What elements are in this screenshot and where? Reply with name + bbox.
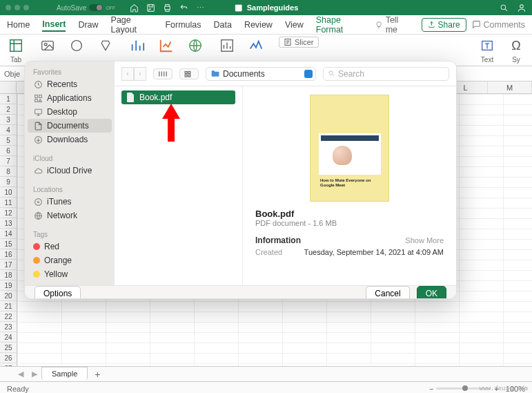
tab-formulas[interactable]: Formulas — [165, 19, 201, 31]
excel-icon — [234, 3, 243, 12]
tab-home[interactable]: Home — [7, 19, 30, 31]
row-header[interactable]: 17 — [0, 260, 17, 270]
row-header[interactable]: 27 — [0, 363, 17, 366]
row-header[interactable]: 6 — [0, 146, 17, 156]
row-header[interactable]: 15 — [0, 239, 17, 249]
row-header[interactable]: 12 — [0, 208, 17, 218]
row-header[interactable]: 9 — [0, 177, 17, 187]
path-dropdown[interactable]: Documents — [206, 67, 316, 81]
recommended-charts-button[interactable] — [128, 37, 146, 55]
row-header[interactable]: 1 — [0, 94, 17, 104]
options-button[interactable]: Options — [35, 286, 81, 299]
maps-button[interactable] — [186, 37, 204, 55]
undo-icon[interactable] — [179, 3, 188, 12]
cancel-button[interactable]: Cancel — [366, 286, 409, 299]
sidebar-item-network[interactable]: Network — [28, 209, 112, 222]
zoom-dot[interactable] — [23, 5, 29, 10]
tab-draw[interactable]: Draw — [78, 19, 98, 31]
shapes-button[interactable] — [68, 37, 86, 55]
tab-page-layout[interactable]: Page Layout — [111, 14, 153, 36]
autosave-switch[interactable] — [89, 4, 103, 11]
row-header[interactable]: 8 — [0, 166, 17, 177]
col-header-m[interactable]: M — [488, 82, 532, 93]
home-icon[interactable] — [129, 3, 139, 12]
sidebar-item-icloud-drive[interactable]: iCloud Drive — [28, 164, 112, 178]
sheet-tab-sample[interactable]: Sample — [41, 367, 88, 380]
slicer-icon — [284, 38, 292, 46]
add-sheet-button[interactable]: + — [88, 369, 107, 380]
pivot-table-button[interactable]: Tab — [7, 37, 25, 64]
tab-shape-format[interactable]: Shape Format — [316, 14, 364, 36]
file-list: Book.pdf — [115, 86, 242, 285]
row-header[interactable]: 10 — [0, 187, 17, 198]
row-header[interactable]: 20 — [0, 291, 17, 301]
row-header[interactable]: 13 — [0, 218, 17, 229]
row-header[interactable]: 26 — [0, 353, 17, 363]
share-button[interactable]: Share — [422, 18, 466, 32]
chart-button[interactable] — [157, 37, 175, 55]
autosave-toggle[interactable]: AutoSave OFF — [57, 4, 115, 12]
account-icon[interactable] — [517, 3, 526, 12]
sidebar-tag-yellow[interactable]: Yellow — [28, 267, 112, 281]
row-header[interactable]: 5 — [0, 135, 17, 146]
print-icon[interactable] — [162, 3, 172, 12]
view-columns-button[interactable] — [153, 68, 173, 79]
sidebar-item-recents[interactable]: Recents — [28, 77, 112, 91]
row-header[interactable]: 19 — [0, 280, 17, 291]
slicer-button[interactable]: Slicer — [279, 37, 319, 48]
row-header[interactable]: 11 — [0, 198, 17, 208]
sidebar-item-downloads[interactable]: Downloads — [28, 133, 112, 146]
show-more-link[interactable]: Show More — [405, 236, 444, 245]
sidebar-item-itunes[interactable]: iTunes — [28, 195, 112, 209]
sparkline-button[interactable] — [247, 37, 265, 55]
close-dot[interactable] — [6, 5, 11, 10]
svg-point-4 — [520, 4, 524, 8]
icons-button[interactable] — [97, 37, 115, 55]
save-icon[interactable] — [146, 3, 155, 12]
text-box-button[interactable]: Text — [478, 37, 496, 64]
row-header[interactable]: 2 — [0, 104, 17, 115]
tell-me[interactable]: Tell me — [375, 15, 408, 35]
more-icon[interactable]: ⋯ — [195, 3, 205, 12]
ok-button[interactable]: OK — [417, 286, 446, 299]
search-title-icon[interactable] — [499, 3, 509, 12]
sidebar-item-documents[interactable]: Documents — [28, 119, 112, 133]
tab-view[interactable]: View — [285, 19, 304, 31]
nav-back-button[interactable]: ‹ — [121, 67, 134, 81]
pivot-chart-button[interactable] — [218, 37, 236, 55]
row-header[interactable]: 21 — [0, 301, 17, 311]
row-header[interactable]: 7 — [0, 156, 17, 166]
view-grid-button[interactable] — [179, 68, 199, 79]
file-item-book-pdf[interactable]: Book.pdf — [121, 90, 235, 104]
orange-dot-icon — [33, 257, 40, 264]
tab-review[interactable]: Review — [244, 19, 273, 31]
row-header[interactable]: 18 — [0, 270, 17, 280]
window-controls[interactable] — [6, 5, 29, 10]
row-header[interactable]: 22 — [0, 311, 17, 322]
sidebar-tag-orange[interactable]: Orange — [28, 253, 112, 267]
tab-insert[interactable]: Insert — [42, 18, 66, 32]
comments-button[interactable]: Comments — [472, 20, 525, 30]
row-header[interactable]: 16 — [0, 249, 17, 260]
search-input[interactable]: Search — [323, 67, 449, 81]
row-header[interactable]: 24 — [0, 332, 17, 343]
sidebar-tag-red[interactable]: Red — [28, 240, 112, 253]
symbols-button[interactable]: Ω Sy — [507, 37, 525, 64]
row-header[interactable]: 4 — [0, 125, 17, 135]
tab-data[interactable]: Data — [213, 19, 231, 31]
pictures-button[interactable] — [39, 37, 57, 55]
sidebar-item-desktop[interactable]: Desktop — [28, 105, 112, 119]
row-header[interactable]: 23 — [0, 322, 17, 332]
row-header[interactable]: 25 — [0, 343, 17, 353]
sheet-nav-prev[interactable]: ◀ — [14, 370, 28, 378]
sheet-nav-next[interactable]: ▶ — [28, 370, 41, 378]
nav-forward-button[interactable]: › — [134, 67, 146, 81]
row-header[interactable]: 3 — [0, 115, 17, 125]
row-header[interactable]: 14 — [0, 229, 17, 239]
name-box[interactable]: Obje — [4, 70, 20, 78]
sidebar-item-applications[interactable]: Applications — [28, 91, 112, 105]
minimize-dot[interactable] — [14, 5, 20, 10]
zoom-out[interactable]: − — [429, 385, 433, 393]
desktop-icon — [33, 107, 43, 117]
download-icon — [33, 135, 43, 144]
